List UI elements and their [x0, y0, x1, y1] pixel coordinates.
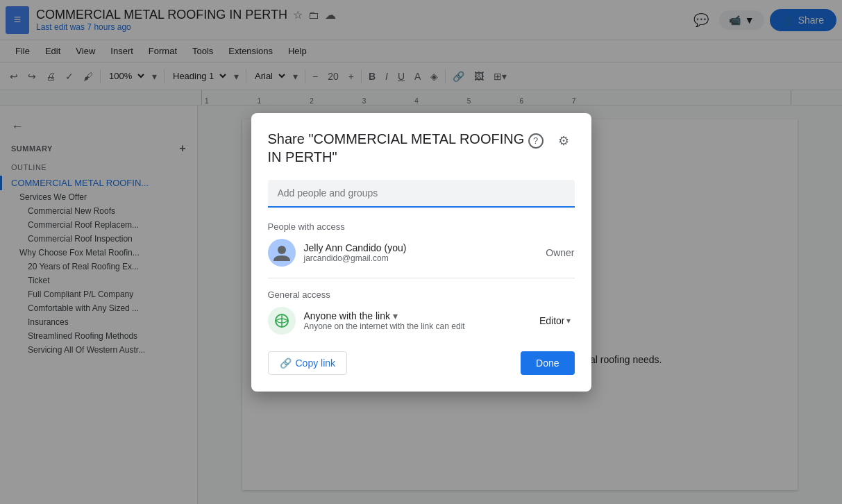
copy-link-button[interactable]: 🔗 Copy link	[268, 351, 348, 375]
divider	[268, 278, 575, 278]
modal-title: Share "COMMERCIAL METAL ROOFING IN PERTH…	[268, 130, 525, 166]
access-row: Anyone with the link ▾ Anyone on the int…	[268, 307, 575, 335]
access-type: Anyone with the link ▾	[304, 310, 527, 321]
settings-icon-button[interactable]: ⚙	[553, 130, 575, 152]
avatar	[268, 239, 296, 267]
access-type-chevron: ▾	[393, 310, 398, 321]
svg-point-0	[278, 246, 286, 254]
share-input-wrapper	[268, 180, 575, 208]
link-icon: 🔗	[280, 358, 292, 369]
general-section-label: General access	[268, 289, 575, 300]
role-chevron-icon: ▾	[566, 316, 571, 326]
done-button[interactable]: Done	[521, 351, 574, 375]
globe-svg	[273, 312, 290, 329]
help-icon-button[interactable]: ?	[525, 130, 547, 152]
help-icon: ?	[528, 133, 544, 149]
person-email: jarcandido@gmail.com	[304, 253, 538, 263]
person-name: Jelly Ann Candido (you)	[304, 242, 538, 253]
person-row: Jelly Ann Candido (you) jarcandido@gmail…	[268, 239, 575, 267]
globe-icon	[268, 307, 296, 335]
modal-overlay: Share "COMMERCIAL METAL ROOFING IN PERTH…	[0, 0, 842, 504]
modal-icon-group: ? ⚙	[525, 130, 575, 152]
access-role-dropdown[interactable]: Editor ▾	[535, 312, 575, 329]
person-info: Jelly Ann Candido (you) jarcandido@gmail…	[304, 242, 538, 263]
settings-icon: ⚙	[558, 133, 569, 149]
people-section-label: People with access	[268, 221, 575, 232]
share-modal: Share "COMMERCIAL METAL ROOFING IN PERTH…	[251, 113, 591, 392]
avatar-image	[271, 242, 292, 263]
person-role: Owner	[546, 247, 574, 258]
access-role-label: Editor	[539, 315, 565, 326]
modal-footer: 🔗 Copy link Done	[268, 351, 575, 375]
general-access-section: General access Anyone with the link ▾ An…	[268, 289, 575, 335]
modal-header: Share "COMMERCIAL METAL ROOFING IN PERTH…	[268, 130, 575, 166]
add-people-input[interactable]	[278, 187, 565, 199]
access-info: Anyone with the link ▾ Anyone on the int…	[304, 310, 527, 331]
access-desc: Anyone on the internet with the link can…	[304, 321, 527, 331]
